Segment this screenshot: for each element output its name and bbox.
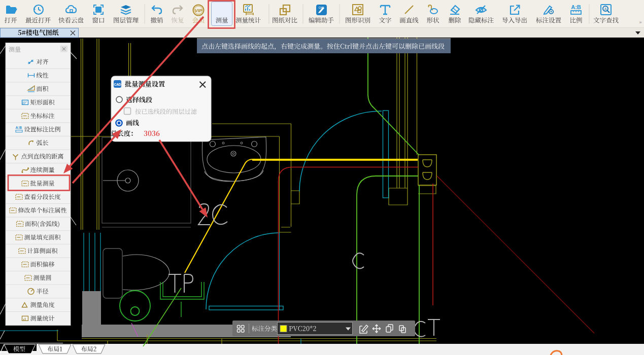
svg-text:CAD: CAD [319,6,324,9]
svg-text:A:B: A:B [16,126,22,129]
svg-text:A: A [604,7,607,11]
svg-text:CAD: CAD [114,83,121,86]
svg-text:VIP: VIP [195,8,203,13]
svg-text:»: » [639,20,641,25]
svg-text:A:B: A:B [571,4,581,10]
